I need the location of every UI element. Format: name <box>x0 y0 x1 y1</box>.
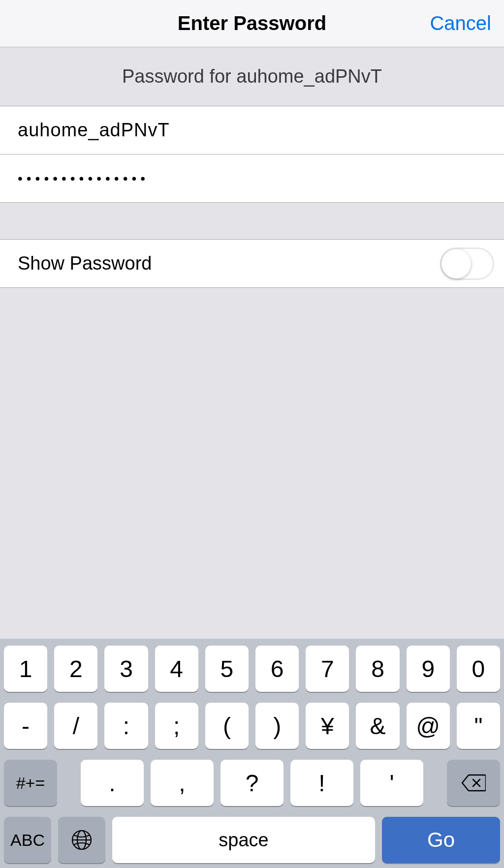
key-at[interactable]: @ <box>407 703 450 749</box>
key-comma[interactable]: , <box>151 760 214 806</box>
navbar-title: Enter Password <box>178 12 326 34</box>
key-8[interactable]: 8 <box>356 646 399 692</box>
username-field[interactable] <box>18 120 486 141</box>
section-gap <box>0 203 504 240</box>
key-6[interactable]: 6 <box>255 646 299 692</box>
keyboard-row-3: #+= . , ? ! ' <box>4 760 500 806</box>
keyboard: 1 2 3 4 5 6 7 8 9 0 - / : ; ( ) ¥ & @ " … <box>0 639 504 868</box>
cancel-button[interactable]: Cancel <box>430 12 491 34</box>
key-backspace[interactable] <box>447 760 500 806</box>
navbar: Enter Password Cancel <box>0 0 504 47</box>
key-space[interactable]: space <box>112 817 375 863</box>
show-password-label: Show Password <box>18 253 152 274</box>
key-0[interactable]: 0 <box>457 646 500 692</box>
key-symbols[interactable]: #+= <box>4 760 57 806</box>
show-password-row: Show Password <box>0 240 504 288</box>
username-cell <box>0 106 504 155</box>
password-field[interactable] <box>18 171 486 186</box>
key-semicolon[interactable]: ; <box>155 703 198 749</box>
keyboard-row-4: ABC space Go <box>4 817 500 863</box>
key-slash[interactable]: / <box>54 703 97 749</box>
key-abc[interactable]: ABC <box>4 817 51 863</box>
key-exclaim[interactable]: ! <box>290 760 353 806</box>
key-1[interactable]: 1 <box>4 646 47 692</box>
key-5[interactable]: 5 <box>205 646 249 692</box>
content-fill <box>0 288 504 639</box>
toggle-knob <box>441 249 471 279</box>
key-7[interactable]: 7 <box>306 646 349 692</box>
section-header: Password for auhome_adPNvT <box>0 47 504 106</box>
key-globe[interactable] <box>58 817 105 863</box>
key-paren-open[interactable]: ( <box>205 703 249 749</box>
key-ampersand[interactable]: & <box>356 703 399 749</box>
key-question[interactable]: ? <box>220 760 284 806</box>
key-yen[interactable]: ¥ <box>306 703 349 749</box>
key-period[interactable]: . <box>81 760 144 806</box>
password-cell <box>0 155 504 203</box>
backspace-icon <box>461 774 486 792</box>
key-4[interactable]: 4 <box>155 646 198 692</box>
key-3[interactable]: 3 <box>104 646 148 692</box>
key-colon[interactable]: : <box>104 703 148 749</box>
key-quote[interactable]: " <box>457 703 500 749</box>
show-password-toggle[interactable] <box>440 248 494 280</box>
keyboard-row-2: - / : ; ( ) ¥ & @ " <box>4 703 500 749</box>
key-go[interactable]: Go <box>382 817 500 863</box>
key-9[interactable]: 9 <box>407 646 450 692</box>
key-paren-close[interactable]: ) <box>255 703 299 749</box>
globe-icon <box>71 829 93 851</box>
keyboard-row-1: 1 2 3 4 5 6 7 8 9 0 <box>4 646 500 692</box>
key-apostrophe[interactable]: ' <box>360 760 423 806</box>
key-dash[interactable]: - <box>4 703 47 749</box>
key-2[interactable]: 2 <box>54 646 97 692</box>
